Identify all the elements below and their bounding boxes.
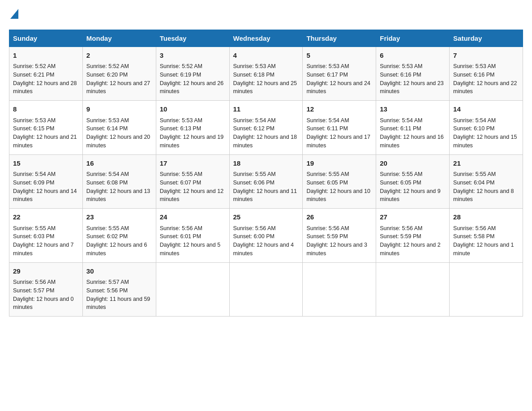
week-row-5: 29Sunrise: 5:56 AMSunset: 5:57 PMDayligh… xyxy=(9,262,523,317)
calendar-cell: 14Sunrise: 5:54 AMSunset: 6:10 PMDayligh… xyxy=(450,101,523,155)
sunset-text: Sunset: 6:05 PM xyxy=(306,180,348,186)
calendar-cell: 22Sunrise: 5:55 AMSunset: 6:03 PMDayligh… xyxy=(9,209,83,263)
daylight-text: Daylight: 12 hours and 13 minutes xyxy=(86,188,150,203)
calendar-cell: 29Sunrise: 5:56 AMSunset: 5:57 PMDayligh… xyxy=(9,262,83,317)
calendar-cell xyxy=(156,262,229,317)
calendar-cell: 27Sunrise: 5:56 AMSunset: 5:59 PMDayligh… xyxy=(376,209,450,263)
sunset-text: Sunset: 6:19 PM xyxy=(160,72,201,78)
sunrise-text: Sunrise: 5:53 AM xyxy=(13,117,56,124)
calendar-header-row: SundayMondayTuesdayWednesdayThursdayFrid… xyxy=(9,30,523,47)
sunset-text: Sunset: 6:01 PM xyxy=(160,233,201,240)
daylight-text: Daylight: 12 hours and 14 minutes xyxy=(13,188,77,203)
sunrise-text: Sunrise: 5:55 AM xyxy=(380,171,422,177)
header-wednesday: Wednesday xyxy=(229,30,303,47)
daylight-text: Daylight: 12 hours and 28 minutes xyxy=(13,80,77,95)
day-number: 22 xyxy=(13,212,79,223)
daylight-text: Daylight: 12 hours and 6 minutes xyxy=(86,242,147,257)
daylight-text: Daylight: 12 hours and 5 minutes xyxy=(160,242,221,257)
calendar-cell: 19Sunrise: 5:55 AMSunset: 6:05 PMDayligh… xyxy=(303,154,376,209)
sunrise-text: Sunrise: 5:55 AM xyxy=(160,171,202,177)
daylight-text: Daylight: 11 hours and 59 minutes xyxy=(86,296,150,311)
calendar-cell: 13Sunrise: 5:54 AMSunset: 6:11 PMDayligh… xyxy=(376,101,450,155)
calendar-cell: 2Sunrise: 5:52 AMSunset: 6:20 PMDaylight… xyxy=(82,47,156,101)
calendar-cell xyxy=(303,262,376,317)
daylight-text: Daylight: 12 hours and 2 minutes xyxy=(380,242,441,257)
sunrise-text: Sunrise: 5:55 AM xyxy=(453,171,496,177)
day-number: 17 xyxy=(160,158,226,169)
day-number: 6 xyxy=(380,51,446,61)
daylight-text: Daylight: 12 hours and 19 minutes xyxy=(160,134,223,149)
sunset-text: Sunset: 6:21 PM xyxy=(13,72,54,78)
page-header xyxy=(9,9,523,21)
sunset-text: Sunset: 6:14 PM xyxy=(86,125,128,132)
sunrise-text: Sunrise: 5:56 AM xyxy=(380,225,422,231)
day-number: 25 xyxy=(233,212,299,223)
daylight-text: Daylight: 12 hours and 15 minutes xyxy=(453,134,517,149)
calendar-cell: 9Sunrise: 5:53 AMSunset: 6:14 PMDaylight… xyxy=(82,101,156,155)
calendar-cell: 26Sunrise: 5:56 AMSunset: 5:59 PMDayligh… xyxy=(303,209,376,263)
day-number: 14 xyxy=(453,104,519,115)
daylight-text: Daylight: 12 hours and 22 minutes xyxy=(453,80,517,95)
sunrise-text: Sunrise: 5:54 AM xyxy=(86,171,129,177)
calendar-cell xyxy=(450,262,523,317)
daylight-text: Daylight: 12 hours and 27 minutes xyxy=(86,80,150,95)
sunrise-text: Sunrise: 5:54 AM xyxy=(13,171,56,177)
sunset-text: Sunset: 6:16 PM xyxy=(380,72,421,78)
daylight-text: Daylight: 12 hours and 21 minutes xyxy=(13,134,77,149)
week-row-3: 15Sunrise: 5:54 AMSunset: 6:09 PMDayligh… xyxy=(9,154,523,209)
calendar-cell: 24Sunrise: 5:56 AMSunset: 6:01 PMDayligh… xyxy=(156,209,229,263)
day-number: 7 xyxy=(453,51,519,61)
sunset-text: Sunset: 6:13 PM xyxy=(160,125,201,132)
sunrise-text: Sunrise: 5:56 AM xyxy=(306,225,349,231)
sunset-text: Sunset: 5:59 PM xyxy=(380,233,421,240)
sunset-text: Sunset: 6:17 PM xyxy=(306,72,348,78)
daylight-text: Daylight: 12 hours and 10 minutes xyxy=(306,188,370,203)
sunrise-text: Sunrise: 5:56 AM xyxy=(453,225,496,231)
daylight-text: Daylight: 12 hours and 4 minutes xyxy=(233,242,294,257)
day-number: 2 xyxy=(86,51,152,61)
sunrise-text: Sunrise: 5:56 AM xyxy=(13,279,56,285)
logo-triangle-icon xyxy=(10,9,18,19)
day-number: 20 xyxy=(380,158,446,169)
week-row-4: 22Sunrise: 5:55 AMSunset: 6:03 PMDayligh… xyxy=(9,209,523,263)
day-number: 13 xyxy=(380,104,446,115)
calendar-cell: 7Sunrise: 5:53 AMSunset: 6:16 PMDaylight… xyxy=(450,47,523,101)
sunrise-text: Sunrise: 5:54 AM xyxy=(306,117,349,124)
day-number: 1 xyxy=(13,51,79,61)
daylight-text: Daylight: 12 hours and 20 minutes xyxy=(86,134,150,149)
calendar-cell: 23Sunrise: 5:55 AMSunset: 6:02 PMDayligh… xyxy=(82,209,156,263)
calendar-cell: 5Sunrise: 5:53 AMSunset: 6:17 PMDaylight… xyxy=(303,47,376,101)
header-sunday: Sunday xyxy=(9,30,83,47)
daylight-text: Daylight: 12 hours and 16 minutes xyxy=(380,134,443,149)
sunrise-text: Sunrise: 5:52 AM xyxy=(160,63,202,69)
sunrise-text: Sunrise: 5:53 AM xyxy=(380,63,422,69)
sunrise-text: Sunrise: 5:53 AM xyxy=(306,63,349,69)
daylight-text: Daylight: 12 hours and 9 minutes xyxy=(380,188,441,203)
calendar-table: SundayMondayTuesdayWednesdayThursdayFrid… xyxy=(9,30,523,317)
sunset-text: Sunset: 5:56 PM xyxy=(86,287,128,294)
sunrise-text: Sunrise: 5:55 AM xyxy=(13,225,56,231)
daylight-text: Daylight: 12 hours and 1 minute xyxy=(453,242,514,257)
daylight-text: Daylight: 12 hours and 11 minutes xyxy=(233,188,297,203)
day-number: 10 xyxy=(160,104,226,115)
sunset-text: Sunset: 6:02 PM xyxy=(86,233,128,240)
week-row-2: 8Sunrise: 5:53 AMSunset: 6:15 PMDaylight… xyxy=(9,101,523,155)
day-number: 15 xyxy=(13,158,79,169)
daylight-text: Daylight: 12 hours and 17 minutes xyxy=(306,134,370,149)
sunrise-text: Sunrise: 5:52 AM xyxy=(86,63,129,69)
calendar-cell xyxy=(376,262,450,317)
daylight-text: Daylight: 12 hours and 0 minutes xyxy=(13,296,74,311)
day-number: 28 xyxy=(453,212,519,223)
header-friday: Friday xyxy=(376,30,450,47)
calendar-cell: 11Sunrise: 5:54 AMSunset: 6:12 PMDayligh… xyxy=(229,101,303,155)
sunset-text: Sunset: 6:06 PM xyxy=(233,180,275,186)
day-number: 24 xyxy=(160,212,226,223)
day-number: 4 xyxy=(233,51,299,61)
day-number: 3 xyxy=(160,51,226,61)
day-number: 23 xyxy=(86,212,152,223)
daylight-text: Daylight: 12 hours and 12 minutes xyxy=(160,188,223,203)
calendar-cell: 17Sunrise: 5:55 AMSunset: 6:07 PMDayligh… xyxy=(156,154,229,209)
sunset-text: Sunset: 6:04 PM xyxy=(453,180,494,186)
calendar-cell: 6Sunrise: 5:53 AMSunset: 6:16 PMDaylight… xyxy=(376,47,450,101)
calendar-cell: 10Sunrise: 5:53 AMSunset: 6:13 PMDayligh… xyxy=(156,101,229,155)
